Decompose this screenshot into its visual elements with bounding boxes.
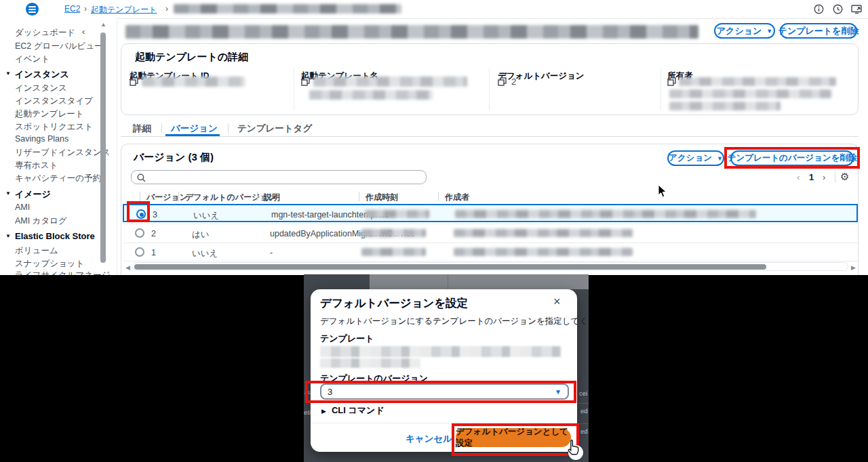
copy-icon[interactable] — [667, 77, 676, 86]
sidebar-item-lifecycle-manager[interactable]: ライフサイクルマネージ — [15, 270, 110, 275]
owner-redacted — [679, 77, 836, 86]
close-icon[interactable]: × — [553, 295, 561, 309]
sidebar-item-ami-catalog[interactable]: AMI カタログ — [15, 215, 67, 227]
sidebar-collapse-icon[interactable]: ‹ — [82, 26, 85, 37]
history-icon[interactable] — [833, 4, 843, 14]
delete-template-button[interactable]: テンプレートを削除 — [780, 23, 857, 39]
horizontal-scrollbar-thumb[interactable] — [134, 264, 766, 270]
pagination-prev[interactable]: ‹ — [797, 172, 800, 182]
sidebar-item-ec2-global-view[interactable]: EC2 グローバルビュー — [15, 41, 103, 52]
sidebar-item-capacity-reservations[interactable]: キャパシティーの予約 — [15, 173, 101, 184]
version-2-radio[interactable] — [135, 228, 144, 238]
template-id-redacted — [142, 77, 245, 87]
column-divider — [294, 68, 294, 110]
dialog-title: デフォルトバージョンを設定 — [320, 296, 468, 311]
version-search-box — [131, 170, 427, 184]
backdrop-fragment: ed — [580, 427, 588, 435]
search-input[interactable] — [149, 171, 416, 184]
mouse-cursor — [658, 184, 667, 198]
header-divider — [140, 192, 140, 201]
sidebar-item-dedicated-hosts[interactable]: 専有ホスト — [15, 160, 58, 171]
launch-template-details-card: 起動テンプレートの詳細 起動テンプレート ID 起動テンプレート名 デフォルトバ… — [121, 43, 859, 115]
sidebar-item-snapshots[interactable]: スナップショット — [15, 258, 84, 270]
tab-divider — [228, 123, 229, 133]
sidebar-section-images[interactable]: イメージ — [15, 188, 51, 201]
highlight-box-selected-radio — [127, 201, 150, 222]
page-title-redacted — [125, 25, 698, 39]
cell-default: いいえ — [192, 248, 218, 259]
sidebar-item-dashboard[interactable]: ダッシュボード — [15, 27, 75, 39]
sidebar-item-spot-requests[interactable]: スポットリクエスト — [15, 121, 93, 133]
cell-version: 2 — [151, 229, 156, 238]
column-divider — [489, 68, 490, 110]
tab-template-tags[interactable]: テンプレートタグ — [237, 123, 312, 135]
dimmed-background — [370, 274, 589, 289]
sidebar-item-instance-types[interactable]: インスタンスタイプ — [15, 96, 93, 107]
section-caret-icon[interactable]: ▼ — [5, 70, 11, 77]
row-divider — [123, 261, 858, 261]
cell-created-time-redacted — [361, 248, 426, 256]
table-row-version-3[interactable]: 3 いいえ mgn-test-target-launchtemplate — [123, 204, 858, 222]
scroll-right-icon[interactable]: ▶ — [851, 264, 856, 271]
sidebar-item-instances[interactable]: インスタンス — [15, 83, 67, 94]
template-value-redacted — [320, 358, 420, 368]
breadcrumb-separator: › — [165, 4, 168, 14]
breadcrumb-ec2[interactable]: EC2 — [64, 4, 80, 14]
template-name-redacted — [309, 90, 433, 100]
sidebar-item-ami[interactable]: AMI — [15, 203, 30, 212]
backdrop-fragment: ed — [580, 407, 588, 415]
versions-panel-title: バージョン (3 個) — [134, 151, 214, 164]
sidebar-section-instances[interactable]: インスタンス — [15, 68, 69, 81]
highlight-box-version-select — [305, 381, 576, 403]
caret-down-icon: ▼ — [717, 155, 723, 162]
tab-versions[interactable]: バージョン — [171, 123, 218, 135]
header-divider — [438, 192, 439, 201]
pagination-next[interactable]: › — [823, 172, 825, 182]
header-divider — [359, 192, 359, 201]
caret-right-icon: ▶ — [321, 408, 326, 415]
actions-button[interactable]: アクション ▼ — [714, 23, 775, 39]
cancel-button[interactable]: キャンセル — [406, 433, 452, 445]
sidebar-item-volumes[interactable]: ボリューム — [15, 245, 58, 257]
screen: EC2 › 起動テンプレート › ダッシュボード ‹ EC2 グローバル — [0, 0, 868, 462]
col-header-default-version[interactable]: デフォルトのバージョン — [185, 192, 277, 203]
section-caret-icon[interactable]: ▼ — [5, 233, 11, 239]
table-row-version-2[interactable]: 2 はい updatedByApplicationMigrationServic… — [123, 224, 858, 242]
sidebar-scroll-up-icon[interactable]: ▲ — [100, 21, 106, 28]
horizontal-scrollbar[interactable] — [132, 262, 848, 271]
cell-default: いいえ — [193, 210, 219, 222]
settings-gear-icon[interactable]: ⚙ — [840, 171, 849, 183]
tab-details[interactable]: 詳細 — [133, 123, 151, 135]
col-header-created-by[interactable]: 作成者 — [445, 192, 469, 203]
pagination-page-number[interactable]: 1 — [809, 172, 814, 182]
new-tab-icon[interactable] — [851, 4, 863, 14]
cli-command-expander[interactable]: ▶CLI コマンド — [321, 404, 384, 417]
info-icon[interactable] — [814, 4, 824, 14]
copy-icon[interactable] — [498, 77, 507, 86]
col-header-created-time[interactable]: 作成時刻 — [366, 192, 398, 203]
hamburger-menu-icon[interactable] — [26, 3, 39, 16]
scroll-left-icon[interactable]: ◀ — [125, 264, 130, 271]
versions-actions-button[interactable]: アクション ▼ — [667, 150, 724, 166]
col-header-description[interactable]: 説明 — [264, 192, 280, 203]
sidebar-item-reserved-instances[interactable]: リザーブドインスタンス — [15, 147, 110, 159]
highlight-box-delete-version-button — [724, 147, 860, 169]
cell-version: 1 — [151, 248, 156, 257]
breadcrumb-launch-templates[interactable]: 起動テンプレート — [91, 4, 157, 16]
table-row-version-1[interactable]: 1 いいえ - — [123, 243, 858, 261]
sidebar-section-ebs[interactable]: Elastic Block Store — [15, 231, 95, 241]
sidebar-item-savings-plans[interactable]: Savings Plans — [15, 134, 68, 144]
sidebar-item-events[interactable]: イベント — [15, 54, 50, 65]
top-navigation-bar: EC2 › 起動テンプレート › — [0, 0, 868, 19]
copy-icon[interactable] — [301, 77, 310, 86]
ec2-console: EC2 › 起動テンプレート › ダッシュボード ‹ EC2 グローバル — [0, 0, 868, 275]
sidebar-scrollbar[interactable] — [100, 33, 106, 263]
version-1-radio[interactable] — [135, 247, 144, 257]
copy-icon[interactable] — [130, 77, 138, 86]
section-caret-icon[interactable]: ▼ — [5, 190, 11, 196]
sidebar-item-launch-templates[interactable]: 起動テンプレート — [15, 108, 83, 120]
backdrop-fragment: eti — [304, 408, 311, 416]
col-header-version[interactable]: バージョン — [146, 192, 188, 203]
template-name-redacted — [313, 77, 467, 87]
active-tab-underline — [165, 134, 220, 136]
